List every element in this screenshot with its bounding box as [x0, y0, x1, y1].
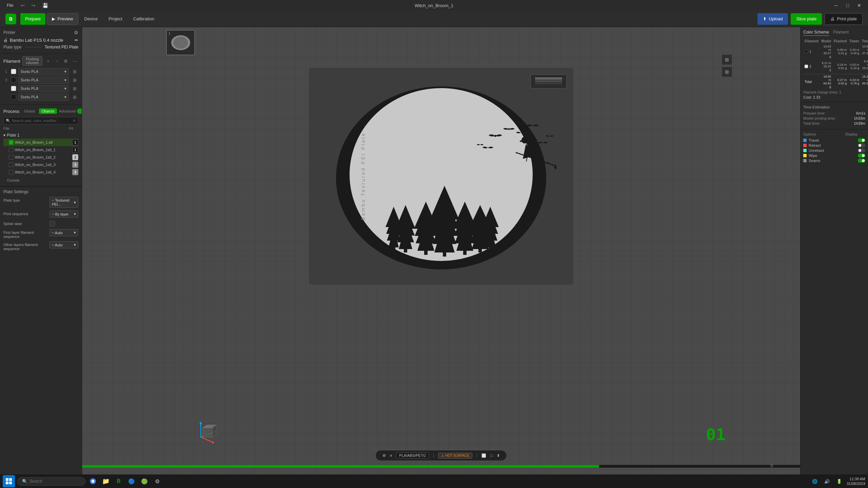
flushing-button[interactable]: Flushing volumes [22, 56, 42, 66]
obj-checkbox-4[interactable] [9, 170, 14, 175]
volume-icon[interactable]: 🔊 [822, 476, 832, 486]
seams-toggle[interactable] [858, 159, 865, 163]
save-icon[interactable]: 💾 [40, 2, 50, 9]
filament-color-b[interactable] [11, 94, 16, 100]
object-row-4[interactable]: Witch_on_Broom_1stl_4 3 [3, 168, 78, 176]
svg-rect-65 [6, 482, 8, 484]
canvas-tool-2[interactable]: ⊞ [722, 66, 732, 77]
spiral-vase-checkbox[interactable] [50, 221, 55, 226]
print-seq-dropdown[interactable]: ~ By layer ▾ [50, 210, 78, 218]
layer-view-btn[interactable]: ≡ [390, 453, 392, 458]
retract-toggle[interactable] [858, 143, 865, 147]
filament-color-a[interactable] [11, 86, 16, 91]
title-bar-left: File ↩ ↪ 💾 [4, 2, 50, 9]
print-plate-button[interactable]: 🖨 Print plate [825, 13, 863, 25]
calibration-button[interactable]: Calibration [129, 13, 159, 25]
filament-name-a[interactable]: Sunlu PLA ▾ [18, 85, 69, 92]
progress-bar [82, 465, 599, 468]
upload-button[interactable]: ⬆ Upload [757, 13, 788, 25]
redo-icon[interactable]: ↪ [29, 2, 38, 9]
canvas-tool-1[interactable]: ⊞ [722, 54, 732, 65]
plate-thumb-1[interactable]: 1 [166, 30, 195, 55]
printer-settings-icon[interactable]: ⚙ [74, 30, 78, 35]
taskbar-search[interactable]: 🔍 [17, 477, 85, 486]
canvas-area[interactable]: 1 ⊞ ⊞ [82, 27, 800, 474]
advanced-toggle[interactable] [77, 108, 82, 114]
printer-name[interactable]: 🖨 Bambu Lab P1S 0.4 nozzle ✏ [3, 37, 78, 44]
object-search-input[interactable] [12, 119, 71, 123]
object-row-2[interactable]: Witch_on_Broom_1stl_2 2 [3, 154, 78, 161]
obj-filament-main[interactable]: 1 [72, 139, 78, 145]
chrome-icon [90, 478, 96, 485]
prepare-button[interactable]: Prepare [20, 13, 45, 25]
filament-extra-b[interactable]: ⊞ [71, 93, 78, 101]
color-scheme-tab[interactable]: Color Scheme [803, 30, 829, 36]
fil-col-header: Fil. [65, 126, 78, 130]
print-icon: 🖨 [830, 16, 835, 21]
taskbar-app-4[interactable]: 🔵 [126, 476, 137, 487]
filament-color-3[interactable] [11, 77, 16, 83]
obj-filament-4[interactable]: 3 [72, 169, 78, 175]
search-clear-button[interactable]: ✕ [73, 118, 76, 123]
plate-type-dropdown[interactable]: ~ Textured PEI... ▾ [50, 197, 78, 208]
filament-settings-button[interactable]: ⚙ [62, 57, 70, 65]
obj-checkbox-3[interactable] [9, 162, 14, 167]
taskbar-app-6[interactable]: ⚙ [152, 476, 163, 487]
close-button[interactable]: ✕ [854, 2, 864, 9]
filament-name-1[interactable]: Sunlu PLA ▾ [18, 68, 69, 75]
obj-filament-3[interactable]: 3 [72, 162, 78, 168]
object-row-main[interactable]: ✓ Witch_on_Broom_1.stl 1 [3, 139, 78, 146]
taskbar-app-3[interactable]: B [113, 476, 124, 487]
file-menu[interactable]: File [4, 2, 16, 9]
undo-icon[interactable]: ↩ [19, 2, 27, 9]
unretract-toggle[interactable] [858, 148, 865, 152]
filament-name-3[interactable]: Sunlu PLA ▾ [18, 77, 69, 84]
filament-stats-tab[interactable]: Filament [833, 30, 849, 36]
filament-extra-1[interactable]: ⊞ [71, 68, 78, 75]
taskbar-app-5[interactable]: 🟢 [139, 476, 150, 487]
material-settings-btn[interactable]: ⚙ [382, 453, 386, 458]
plate-3d-btn[interactable]: □ [490, 453, 493, 458]
maximize-button[interactable]: □ [843, 2, 852, 9]
filament-extra-3[interactable]: ⊞ [71, 76, 78, 84]
travel-toggle[interactable] [858, 138, 865, 142]
wipe-toggle[interactable] [858, 154, 865, 158]
preview-button[interactable]: ▶ Preview [47, 13, 78, 25]
global-tab[interactable]: Global [21, 108, 38, 114]
obj-filament-2[interactable]: 2 [72, 154, 78, 160]
other-layers-dropdown[interactable]: ~ Auto ▾ [50, 241, 78, 248]
taskbar-clock[interactable]: 11:38 AM 31/08/2024 [847, 476, 865, 486]
network-icon[interactable]: 🌐 [810, 476, 820, 486]
plate-group-header[interactable]: ▾ Plate 1 [3, 132, 78, 139]
obj-checkbox-2[interactable] [9, 155, 14, 160]
filament-color-1[interactable] [11, 69, 16, 74]
obj-checkbox-1[interactable] [9, 147, 14, 152]
object-row-3[interactable]: Witch_on_Broom_1stl_3 3 [3, 161, 78, 168]
filament-menu-button[interactable]: ⋯ [71, 57, 78, 65]
filament-name-b[interactable]: Sunlu PLA ▾ [18, 94, 69, 101]
taskbar-app-2[interactable]: 📁 [100, 476, 111, 487]
battery-icon[interactable]: 🔋 [834, 476, 844, 486]
filament-remove-button[interactable]: − [53, 57, 61, 65]
first-layer-dropdown[interactable]: ~ Auto ▾ [50, 229, 78, 236]
taskbar-search-input[interactable] [29, 479, 80, 484]
slice-plate-button[interactable]: Slice plate [791, 13, 822, 25]
filament-extra-a[interactable]: ⊞ [71, 85, 78, 92]
filament-add-button[interactable]: + [44, 57, 52, 65]
minimize-button[interactable]: ─ [831, 2, 841, 9]
plate-type-value[interactable]: Textured PEI Plate [45, 45, 78, 49]
plate-icon-btn[interactable]: ⬜ [481, 453, 486, 458]
start-button[interactable] [3, 475, 15, 487]
taskbar-app-1[interactable] [87, 476, 98, 487]
file-explorer-icon: 📁 [102, 477, 110, 485]
printer-edit-icon[interactable]: ✏ [75, 38, 78, 43]
fil-row-3: 3 8.21 m 28.25 g 0.24 m 0.91 g 0.03 m 0.… [803, 59, 868, 74]
obj-filament-1[interactable]: 1 [72, 147, 78, 153]
plate-flat-btn[interactable]: ⬆ [497, 453, 500, 458]
object-row-1[interactable]: Witch_on_Broom_1stl_1 1 [3, 146, 78, 154]
obj-checkbox-main[interactable]: ✓ [9, 140, 14, 145]
objects-tab[interactable]: Objects [39, 108, 57, 114]
project-button[interactable]: Project [104, 13, 127, 25]
device-button[interactable]: Device [80, 13, 103, 25]
plate-type-setting-label: Plate type [3, 197, 47, 202]
